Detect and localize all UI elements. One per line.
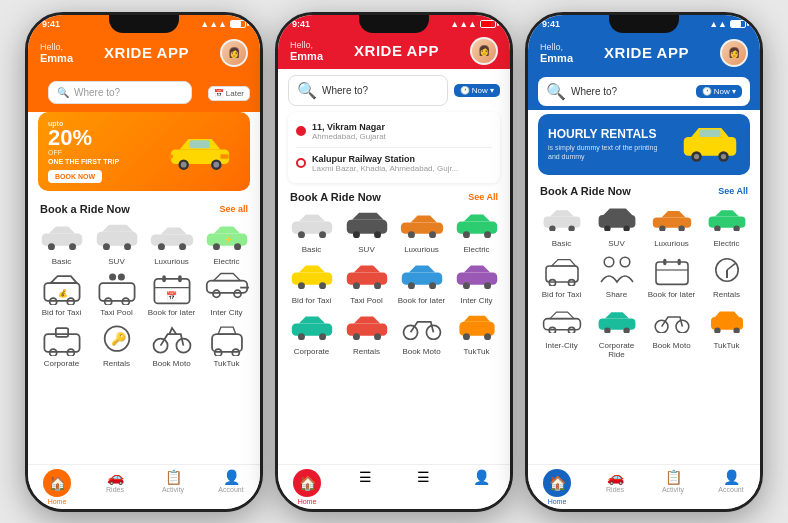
ride-tuktuk-2[interactable]: TukTuk [451,309,502,356]
svg-rect-62 [291,273,331,285]
user-name-1: Emma [40,52,73,64]
ride-later-2[interactable]: Book for later [396,258,447,305]
ride-intercity-3[interactable]: Inter-City [536,303,587,359]
ride-rentals-1[interactable]: 🔑 Rentals [91,321,142,368]
now-btn-2[interactable]: 🕐 Now ▾ [454,84,500,97]
nav-rides-2[interactable]: ☰ [336,469,394,505]
ride-rentals-2[interactable]: Rentals [341,309,392,356]
svg-rect-31 [162,275,166,282]
nav-activity-1[interactable]: 📋 Activity [144,469,202,505]
ride-corporate-3[interactable]: Corporate Ride [591,303,642,359]
svg-rect-108 [656,262,688,284]
svg-rect-74 [291,324,331,336]
search-wrapper-3: 🔍 Where to? 🕐 Now ▾ [528,73,760,110]
svg-point-3 [181,162,187,168]
svg-point-90 [721,153,726,158]
ride-electric-1[interactable]: ⚡ Electric [201,219,252,266]
ride-intercity-1[interactable]: Inter City [201,270,252,317]
ride-pool-2[interactable]: Taxi Pool [341,258,392,305]
see-all-2[interactable]: See All [468,192,498,202]
ride-bid-2[interactable]: Bid for Taxi [286,258,337,305]
ride-basic-1[interactable]: Basic [36,219,87,266]
ride-basic-2[interactable]: Basic [286,207,337,254]
svg-rect-32 [178,275,182,282]
app-title-1: XRIDE APP [104,44,189,61]
nav-activity-2[interactable]: ☰ [394,469,452,505]
bottom-nav-1: 🏠 Home 🚗 Rides 📋 Activity 👤 Account [28,464,260,509]
ride-later-3[interactable]: Book for later [646,252,697,299]
svg-rect-77 [346,324,386,336]
see-all-3[interactable]: See All [718,186,748,196]
nav-rides-1[interactable]: 🚗 Rides [86,469,144,505]
later-btn-1[interactable]: 📅 Later [208,86,250,101]
ride-moto-2[interactable]: Book Moto [396,309,447,356]
svg-point-27 [122,298,129,305]
ride-pool-1[interactable]: Taxi Pool [91,270,142,317]
search-bar-3[interactable]: 🔍 Where to? 🕐 Now ▾ [538,77,750,106]
bottom-nav-2: 🏠 Home ☰ ☰ 👤 [278,464,510,509]
ride-tuktuk-3[interactable]: TukTuk [701,303,752,359]
nav-home-3[interactable]: 🏠 Home [528,469,586,505]
ride-luxurious-2[interactable]: Luxurious [396,207,447,254]
ride-basic-3[interactable]: Basic [536,201,587,248]
svg-point-5 [213,162,219,168]
phone-3: 9:41 ▲▲ Hello, Emma XRIDE APP 👩 🔍 Where … [525,12,763,512]
time-2: 9:41 [292,19,310,29]
promo-car-1 [160,124,240,179]
ride-luxurious-3[interactable]: Luxurious [646,201,697,248]
book-now-btn-1[interactable]: BOOK NOW [48,170,102,183]
ride-luxurious-1[interactable]: Luxurious [146,219,197,266]
ride-rentals-3[interactable]: Rentals [701,252,752,299]
see-all-1[interactable]: See all [219,204,248,214]
svg-point-107 [620,257,630,267]
svg-rect-7 [220,154,228,159]
search-bar-1[interactable]: 🔍 Where to? [48,81,192,104]
ride-later-1[interactable]: 📅 Book for later [146,270,197,317]
app-title-2: XRIDE APP [354,42,439,59]
svg-rect-68 [401,273,441,285]
ride-bid-3[interactable]: Bid for Taxi [536,252,587,299]
search-bar-2[interactable]: 🔍 Where to? [288,75,448,106]
search-placeholder-1: Where to? [74,87,183,98]
svg-rect-35 [206,280,246,292]
battery-1 [230,20,246,28]
svg-point-29 [117,273,124,280]
notch-1 [109,15,179,33]
svg-point-28 [109,273,116,280]
notch-2 [359,15,429,33]
svg-rect-50 [291,222,331,234]
search-row-2: 🔍 Where to? 🕐 Now ▾ [278,69,510,108]
svg-point-106 [604,257,614,267]
nav-account-3[interactable]: 👤 Account [702,469,760,505]
ride-moto-3[interactable]: Book Moto [646,303,697,359]
now-btn-3[interactable]: 🕐 Now ▾ [696,85,742,98]
avatar-2: 👩 [470,37,498,65]
ride-suv-3[interactable]: SUV [591,201,642,248]
ride-corporate-1[interactable]: Corporate [36,321,87,368]
svg-rect-11 [96,232,136,246]
nav-account-2[interactable]: 👤 [452,469,510,505]
nav-account-1[interactable]: 👤 Account [202,469,260,505]
ride-corporate-2[interactable]: Corporate [286,309,337,356]
svg-point-36 [212,290,219,297]
ride-electric-3[interactable]: Electric [701,201,752,248]
ride-intercity-2[interactable]: Inter City [451,258,502,305]
svg-point-22 [49,298,56,305]
promo-banner-1: upto 20% OFF ONE THE FIRST TRIP BOOK NOW [38,112,250,191]
nav-home-2[interactable]: 🏠 Home [278,469,336,505]
route-section-2: 11, Vikram Nagar Ahmedabad, Gujarat Kalu… [288,112,500,183]
svg-rect-56 [400,223,442,234]
svg-point-121 [655,320,668,333]
svg-line-113 [727,263,735,269]
ride-tuktuk-1[interactable]: TukTuk [201,321,252,368]
ride-share-3[interactable]: Share [591,252,642,299]
nav-home-1[interactable]: 🏠 Home [28,469,86,505]
ride-bid-1[interactable]: 💰 Bid for Taxi [36,270,87,317]
ride-electric-2[interactable]: Electric [451,207,502,254]
nav-activity-3[interactable]: 📋 Activity [644,469,702,505]
ride-suv-2[interactable]: SUV [341,207,392,254]
ride-moto-1[interactable]: Book Moto [146,321,197,368]
svg-rect-94 [598,215,635,228]
ride-suv-1[interactable]: SUV [91,219,142,266]
nav-rides-3[interactable]: 🚗 Rides [586,469,644,505]
